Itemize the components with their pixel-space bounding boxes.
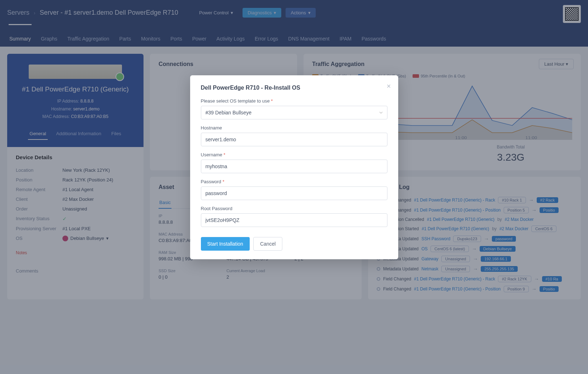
rootpw-group: Root Password (201, 206, 387, 227)
password-input[interactable] (201, 186, 387, 200)
rootpw-input[interactable] (201, 213, 387, 227)
close-icon[interactable]: × (387, 82, 391, 90)
cancel-button[interactable]: Cancel (253, 237, 283, 251)
rootpw-label: Root Password (201, 206, 387, 211)
password-group: Password * (201, 179, 387, 200)
username-input[interactable] (201, 160, 387, 173)
modal-overlay[interactable]: Dell PowerEdge R710 - Re-Install OS × Pl… (0, 0, 588, 374)
username-label: Username * (201, 152, 387, 157)
os-template-select[interactable]: #39 Debian Bullseye (201, 106, 387, 119)
os-template-label: Please select OS template to use * (201, 98, 387, 104)
hostname-input[interactable] (201, 133, 387, 146)
start-installation-button[interactable]: Start Installation (201, 237, 250, 251)
hostname-group: Hostname (201, 125, 387, 146)
os-template-group: Please select OS template to use * #39 D… (201, 98, 387, 119)
password-label: Password * (201, 179, 387, 184)
username-group: Username * (201, 152, 387, 173)
modal-actions: Start Installation Cancel (201, 237, 387, 251)
modal-title: Dell PowerEdge R710 - Re-Install OS (201, 85, 387, 91)
reinstall-os-modal: Dell PowerEdge R710 - Re-Install OS × Pl… (190, 75, 398, 259)
hostname-label: Hostname (201, 125, 387, 131)
